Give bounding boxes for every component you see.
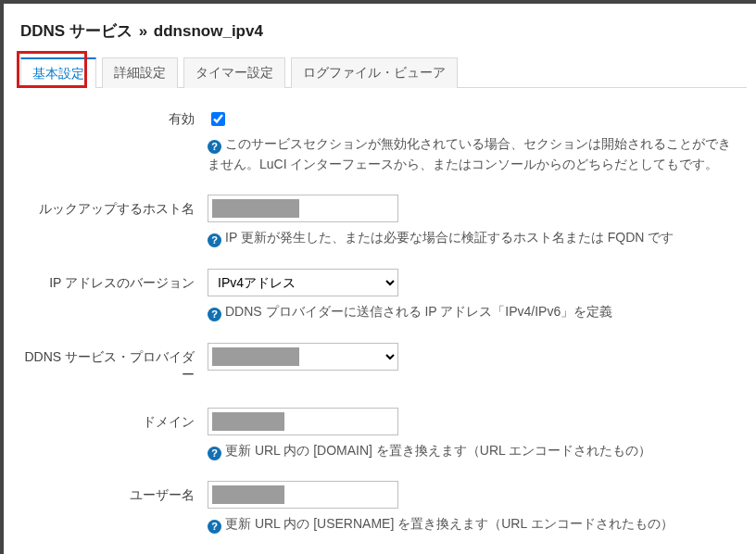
help-icon: ? xyxy=(208,140,221,154)
row-lookup-host: ルックアップするホスト名 ?IP 更新が発生した、または必要な場合に検証するホス… xyxy=(20,195,747,261)
ip-version-select[interactable]: IPv4アドレス xyxy=(208,269,398,296)
help-icon: ? xyxy=(208,308,221,321)
settings-dialog: DDNS サービス » ddnsnow_ipv4 基本設定 詳細設定 タイマー設… xyxy=(0,0,756,554)
tab-log-viewer[interactable]: ログファイル・ビューア xyxy=(291,57,458,88)
tab-detail[interactable]: 詳細設定 xyxy=(102,57,178,88)
label-enabled: 有効 xyxy=(20,105,208,128)
help-icon: ? xyxy=(208,520,221,534)
tab-timer[interactable]: タイマー設定 xyxy=(183,57,285,88)
enabled-checkbox[interactable] xyxy=(211,112,225,126)
row-ip-version: IP アドレスのバージョン IPv4アドレス ?DDNS プロバイダーに送信され… xyxy=(20,269,747,335)
hint-enabled: ?このサービスセクションが無効化されている場合、セクションは開始されることができ… xyxy=(208,134,737,174)
help-icon: ? xyxy=(208,447,221,460)
label-username: ユーザー名 xyxy=(20,481,208,504)
page-title: DDNS サービス » ddnsnow_ipv4 xyxy=(20,20,747,42)
label-provider: DDNS サービス・プロバイダー xyxy=(20,343,208,384)
label-ip-version: IP アドレスのバージョン xyxy=(20,269,208,292)
title-service-name: ddnsnow_ipv4 xyxy=(154,22,263,40)
title-separator: » xyxy=(139,22,147,40)
help-icon: ? xyxy=(208,233,221,247)
row-provider: DDNS サービス・プロバイダー xyxy=(20,343,747,384)
row-domain: ドメイン ?更新 URL 内の [DOMAIN] を置き換えます（URL エンコ… xyxy=(20,408,747,474)
hint-username: ?更新 URL 内の [USERNAME] を置き換えます（URL エンコードさ… xyxy=(208,514,737,535)
provider-select[interactable] xyxy=(208,343,398,371)
lookup-host-input[interactable] xyxy=(208,195,398,222)
row-enabled: 有効 ?このサービスセクションが無効化されている場合、セクションは開始されること… xyxy=(20,105,747,187)
title-prefix: DDNS サービス xyxy=(20,22,132,40)
tab-bar: 基本設定 詳細設定 タイマー設定 ログファイル・ビューア xyxy=(20,57,747,88)
hint-ip-version: ?DDNS プロバイダーに送信される IP アドレス「IPv4/IPv6」を定義 xyxy=(208,302,737,322)
hint-domain: ?更新 URL 内の [DOMAIN] を置き換えます（URL エンコードされた… xyxy=(208,441,737,461)
tab-basic[interactable]: 基本設定 xyxy=(20,57,96,88)
hint-lookup-host: ?IP 更新が発生した、または必要な場合に検証するホスト名または FQDN です xyxy=(208,228,737,248)
username-input[interactable] xyxy=(208,481,398,509)
label-domain: ドメイン xyxy=(20,408,208,431)
domain-input[interactable] xyxy=(208,408,398,435)
label-lookup-host: ルックアップするホスト名 xyxy=(20,195,208,218)
row-username: ユーザー名 ?更新 URL 内の [USERNAME] を置き換えます（URL … xyxy=(20,481,747,548)
